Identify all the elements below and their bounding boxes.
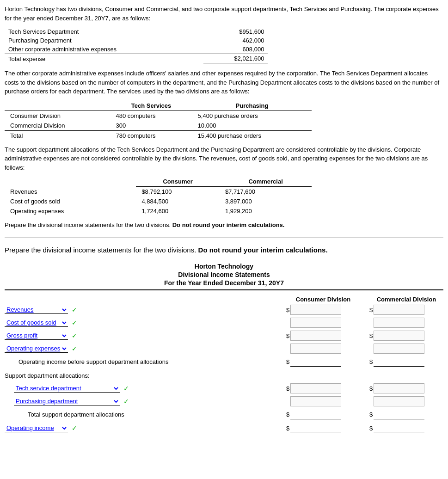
support-header-label: Support department allocations: [5,372,286,379]
tech-value: 300 [110,121,192,131]
purchasing-consumer-cell: $ [286,396,360,406]
services-table: Tech Services Purchasing Consumer Divisi… [5,101,312,141]
revenues-check-icon: ✓ [72,306,77,313]
gross-profit-dropdown[interactable]: Gross profit Revenues Cost of goods sold… [5,332,68,340]
op-income-before-label: Operating income before support departme… [5,358,286,365]
op-income-consumer-input[interactable] [290,423,341,433]
item-name: Operating expenses [5,206,136,216]
tech-service-row: Tech service department Purchasing depar… [5,383,443,393]
tech-service-commercial-cell: $ [369,383,443,393]
dollar-sign: $ [286,425,289,432]
gross-profit-consumer-cell: $ [286,331,360,341]
dollar-sign: $ [286,358,289,365]
division-name: Commercial Division [5,121,110,131]
operating-expenses-check-icon: ✓ [72,345,77,352]
tech-service-commercial-input[interactable] [374,383,424,393]
operating-expenses-row: Operating expenses Revenues Cost of good… [5,344,443,354]
divisions-header-row: Consumer Commercial [5,177,312,187]
tech-service-dropdown[interactable]: Tech service department Purchasing depar… [14,384,120,393]
op-expenses-consumer-cell: $ [286,344,360,354]
expense-amount: 608,000 [203,45,268,54]
expense-table: Tech Services Department $951,600 Purcha… [5,27,268,64]
tech-value: 480 computers [110,111,192,121]
commercial-value: $7,717,600 [220,187,312,197]
total-support-text: Total support department allocations [5,411,286,418]
divisions-table: Consumer Commercial Revenues $8,792,100 … [5,177,312,216]
expense-label: Other corporate administrative expenses [5,45,203,54]
table-row: Operating expenses 1,724,600 1,929,200 [5,206,312,216]
operating-expenses-dropdown[interactable]: Operating expenses Revenues Cost of good… [5,344,68,353]
gross-profit-commercial-cell: $ [369,331,443,341]
report-date: For the Year Ended December 31, 20Y7 [5,279,443,290]
total-label: Total expense [5,54,203,64]
revenues-consumer-input[interactable] [290,305,341,315]
report-title: Horton Technology [5,263,443,270]
intro-paragraph: Horton Technology has two divisions, Con… [5,5,443,23]
table-row: Cost of goods sold 4,884,500 3,897,000 [5,197,312,206]
revenues-commercial-input[interactable] [374,305,424,315]
total-support-consumer-cell: $ [286,409,360,419]
revenues-dropdown[interactable]: Revenues Cost of goods sold Gross profit… [5,306,68,314]
income-statement: Horton Technology Divisional Income Stat… [5,263,443,433]
cogs-consumer-input[interactable] [290,318,341,328]
prepare-note: Prepare the divisional income statements… [5,221,443,230]
op-expenses-commercial-input[interactable] [374,344,424,354]
operating-expenses-label: Operating expenses Revenues Cost of good… [5,344,286,353]
total-support-row: Total support department allocations $ $ [5,409,443,419]
desc-paragraph: The other corporate administrative expen… [5,69,443,96]
report-subtitle: Divisional Income Statements [5,271,443,278]
services-header-row: Tech Services Purchasing [5,101,312,111]
item-name: Cost of goods sold [5,197,136,206]
expense-amount: $951,600 [203,27,268,36]
table-row: Consumer Division 480 computers 5,400 pu… [5,111,312,121]
revenues-label: Revenues Cost of goods sold Gross profit… [5,306,286,314]
table-row: Tech Services Department $951,600 [5,27,268,36]
op-income-before-text: Operating income before support departme… [5,358,286,365]
total-support-commercial-input[interactable] [374,409,424,419]
dollar-sign: $ [286,307,289,313]
dollar-sign: $ [286,385,289,392]
purchasing-value: 5,400 purchase orders [192,111,312,121]
dollar-sign: $ [369,332,373,339]
op-income-commercial-cell: $ [369,423,443,433]
table-row: Total 780 computers 15,400 purchase orde… [5,130,312,141]
total-row: Total expense $2,021,600 [5,54,268,64]
op-income-before-commercial-input[interactable] [374,356,424,367]
cogs-commercial-input[interactable] [374,318,424,328]
item-name: Revenues [5,187,136,197]
operating-income-check-icon: ✓ [72,424,77,432]
prepare-note-text: Prepare the divisional income statements… [5,221,172,228]
section-heading: Prepare the divisional income statements… [5,245,443,256]
op-income-before-consumer-input[interactable] [290,356,341,367]
purchasing-row: Purchasing department Tech service depar… [5,396,443,406]
purchasing-commercial-input[interactable] [374,396,424,406]
total-support-consumer-input[interactable] [290,409,341,419]
column-headers: Consumer Division Commercial Division [5,296,443,303]
dollar-sign: $ [369,425,373,432]
consumer-division-header: Consumer Division [286,296,360,303]
purchasing-consumer-input[interactable] [290,396,341,406]
commercial-division-header: Commercial Division [369,296,443,303]
col-header-empty [5,101,110,111]
section-divider [5,237,443,238]
division-name: Consumer Division [5,111,110,121]
tech-total: 780 computers [110,130,192,141]
dollar-sign: $ [369,307,373,313]
gross-profit-consumer-input[interactable] [290,331,341,341]
col-header-tech: Tech Services [110,101,192,111]
op-income-commercial-input[interactable] [374,423,424,433]
col-header-commercial: Commercial [220,177,312,187]
heading-bold: Do not round your interim calculations. [198,246,328,254]
support-section-text: Support department allocations: [5,372,90,379]
purchasing-dropdown[interactable]: Purchasing department Tech service depar… [14,397,120,405]
cogs-dropdown[interactable]: Cost of goods sold Revenues Gross profit… [5,319,68,327]
dollar-sign: $ [286,411,289,418]
gross-profit-commercial-input[interactable] [374,331,424,341]
operating-income-dropdown[interactable]: Operating income Revenues Gross profit O… [5,424,68,432]
tech-service-consumer-input[interactable] [290,383,341,393]
purchasing-total: 15,400 purchase orders [192,130,312,141]
purchasing-commercial-cell: $ [369,396,443,406]
total-amount: $2,021,600 [203,54,268,64]
total-support-commercial-cell: $ [369,409,443,419]
op-expenses-consumer-input[interactable] [290,344,341,354]
